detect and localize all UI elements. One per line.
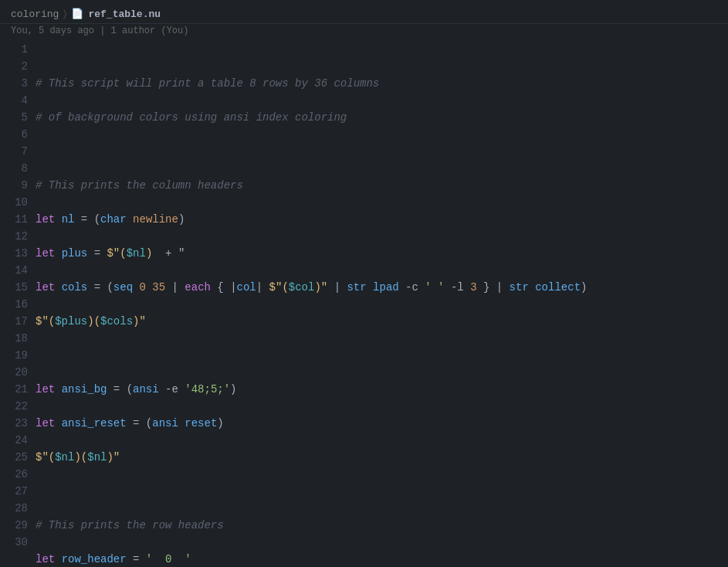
line-9	[36, 347, 720, 364]
breadcrumb-separator: 〉	[63, 8, 66, 20]
line-14: # This prints the row headers	[36, 517, 720, 534]
code-content: # This script will print a table 8 rows …	[36, 41, 728, 567]
line-7: let cols = (seq 0 35 | each { |col| $"($…	[36, 279, 720, 296]
line-10: let ansi_bg = (ansi -e '48;5;')	[36, 381, 720, 398]
line-3	[36, 143, 720, 160]
line-8: $"($plus)($cols)"	[36, 313, 720, 330]
line-1: # This script will print a table 8 rows …	[36, 75, 720, 92]
breadcrumb-file: ref_table.nu	[88, 8, 161, 20]
line-6: let plus = $"($nl) + "	[36, 245, 720, 262]
line-5: let nl = (char newline)	[36, 211, 720, 228]
line-13	[36, 483, 720, 500]
line-12: $"($nl)($nl)"	[36, 449, 720, 466]
line-numbers: 12345 678910 1112131415 1617181920 21222…	[0, 41, 36, 567]
line-4: # This prints the column headers	[36, 177, 720, 194]
line-15: let row_header = ' 0 '	[36, 551, 720, 567]
breadcrumb-parent[interactable]: coloring	[11, 8, 59, 20]
line-2: # of background colors using ansi index …	[36, 109, 720, 126]
file-icon: 📄	[71, 8, 83, 20]
line-11: let ansi_reset = (ansi reset)	[36, 415, 720, 432]
meta-line: You, 5 days ago | 1 author (You)	[0, 24, 728, 41]
header-bar: coloring 〉 📄 ref_table.nu	[0, 0, 728, 24]
